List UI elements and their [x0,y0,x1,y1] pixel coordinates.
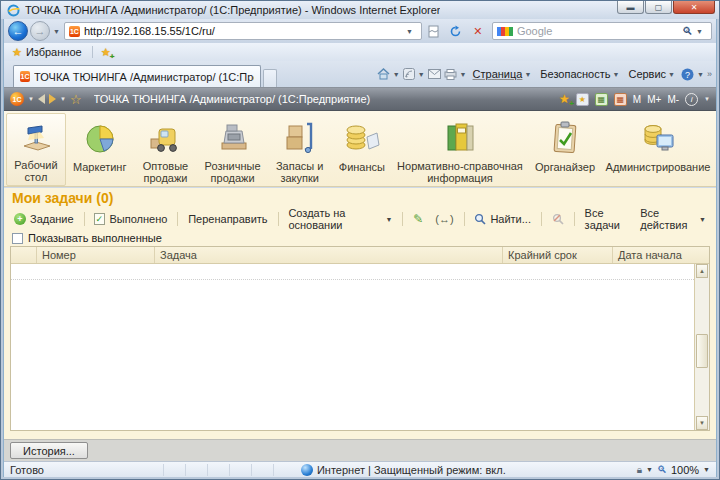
search-placeholder[interactable]: Google [517,25,682,37]
help-icon[interactable]: ? [681,68,694,81]
all-tasks-button[interactable]: Все задачи [581,205,637,233]
section-organizer[interactable]: Органайзер [528,113,602,186]
search-box[interactable]: Google 🔍︎ ▼ [492,22,712,40]
minimize-button[interactable]: ▬ [617,1,644,14]
memory-subtract-button[interactable]: M- [667,94,679,105]
column-header-icon[interactable] [11,247,37,263]
new-task-button[interactable]: + Задание [10,211,78,227]
refresh-button[interactable] [446,22,466,40]
page-menu[interactable]: Страница▼ [470,66,535,82]
app-forward-button[interactable] [49,94,56,104]
show-completed-row: Показывать выполненные [12,232,162,244]
toolbar-more-caret-icon[interactable]: ▼ [704,96,710,102]
url-text[interactable]: http://192.168.15.55/1C/ru/ [84,25,403,37]
history-button[interactable]: История... [10,442,88,459]
column-header-start-date[interactable]: Дата начала [613,247,709,263]
zoom-caret-icon[interactable]: ▼ [703,466,710,473]
add-to-favorites-icon[interactable]: ★ [559,92,570,106]
divider [574,212,575,226]
close-button[interactable]: ✕ [673,1,715,14]
open-favorites-icon[interactable]: ★ [576,93,589,106]
column-header-number[interactable]: Номер [37,247,155,263]
home-icon[interactable] [377,68,390,80]
search-magnifier-icon[interactable]: 🔍︎ [682,25,693,37]
add-favorite-icon[interactable]: ★ [101,46,111,59]
history-caret-icon[interactable]: ▼ [60,96,66,102]
column-header-task[interactable]: Задача [155,247,503,263]
tasks-panel: Мои задачи (0) + Задание Выполнено Перен… [4,188,716,439]
memory-store-button[interactable]: M [633,94,641,105]
overflow-chevron[interactable]: » [707,69,712,79]
address-dropdown-caret-icon[interactable]: ▼ [406,28,413,35]
show-completed-checkbox[interactable] [12,233,23,244]
section-finance[interactable]: Финансы [332,113,392,186]
recent-pages-caret-icon[interactable]: ▼ [53,28,60,35]
scrollbar-thumb[interactable] [696,334,708,368]
stop-button[interactable]: ✕ [468,22,488,40]
help-caret-icon[interactable]: ▼ [697,71,704,78]
feeds-caret-icon[interactable]: ▼ [418,71,425,78]
compatibility-view-button[interactable] [424,22,444,40]
app-back-button[interactable] [38,94,45,104]
page-caret-icon: ▼ [524,71,531,78]
favorites-button[interactable]: Избранное [26,46,82,58]
divider [177,212,178,226]
create-based-on-button[interactable]: Создать на основании ▼ [284,205,396,233]
security-menu[interactable]: Безопасность▼ [537,66,622,82]
protected-mode-icon[interactable]: 🔒︎ [637,464,642,476]
section-wholesale[interactable]: Оптовые продажи [133,113,197,186]
section-desktop[interactable]: Рабочий стол [6,113,66,186]
find-button[interactable]: Найти... [470,211,535,227]
all-actions-button[interactable]: Все действия ▼ [640,207,710,231]
table-body[interactable] [11,264,694,430]
stop-x-icon: ✕ [473,25,482,38]
memory-add-button[interactable]: M+ [647,94,661,105]
home-caret-icon[interactable]: ▼ [393,71,400,78]
status-right-group: 🔒︎ ▼ 🔍︎ 100% ▼ [637,464,710,476]
vertical-scrollbar[interactable]: ▲ ▼ [694,264,709,430]
section-marketing[interactable]: Маркетинг [66,113,133,186]
check-sheet-icon [94,213,105,225]
table-row[interactable] [11,264,694,280]
scroll-up-arrow-icon[interactable]: ▲ [696,264,708,278]
truck-icon [147,118,185,157]
onec-main-menu-icon[interactable]: 1С [10,92,24,106]
section-label: Запасы и закупки [275,160,325,184]
tools-menu[interactable]: Сервис▼ [625,66,678,82]
app-favorites-star-icon[interactable]: ☆ [70,92,82,107]
set-interval-button[interactable]: (↔) [431,211,457,227]
info-icon[interactable]: i [685,93,698,106]
print-icon[interactable] [444,69,457,80]
protected-mode-caret-icon[interactable]: ▼ [646,466,653,473]
section-label: Розничные продажи [205,160,261,184]
maximize-button[interactable]: ▢ [645,1,672,14]
redirect-button[interactable]: Перенаправить [184,211,271,227]
read-mail-icon[interactable] [428,69,441,79]
sections-panel: Рабочий стол Маркетинг [4,111,716,187]
search-provider-caret-icon[interactable]: ▼ [696,28,703,35]
address-bar[interactable]: 1С http://192.168.15.55/1C/ru/ ▼ [64,22,422,40]
app-title: ТОЧКА ТЮНИНГА /Администратор/ (1С:Предпр… [94,93,560,105]
section-reference-info[interactable]: Нормативно-справочная информация [392,113,528,186]
calendar-icon[interactable]: ▦ [614,93,627,106]
back-button[interactable]: ← [8,21,28,41]
main-menu-caret-icon[interactable]: ▼ [28,96,34,102]
forward-button[interactable]: → [30,21,50,41]
caret-down-icon: ▼ [699,216,706,223]
edit-button[interactable]: ✎ [409,210,427,228]
mark-done-button[interactable]: Выполнено [90,211,171,227]
scroll-down-arrow-icon[interactable]: ▼ [696,416,708,430]
column-header-deadline[interactable]: Крайний срок [503,247,613,263]
calculator-icon[interactable]: ▦ [595,93,608,106]
feeds-icon[interactable] [403,68,415,80]
tab-active[interactable]: 1С ТОЧКА ТЮНИНГА /Администратор/ (1С:Пре… [13,65,261,87]
cancel-search-button[interactable] [548,211,568,227]
zoom-magnifier-icon[interactable]: 🔍︎ [657,464,667,475]
section-inventory[interactable]: Запасы и закупки [268,113,332,186]
section-retail[interactable]: Розничные продажи [198,113,268,186]
new-tab-button[interactable] [263,69,277,87]
zoom-level[interactable]: 100% [671,464,699,476]
section-administration[interactable]: Администрирование [602,113,714,186]
print-caret-icon[interactable]: ▼ [460,71,467,78]
refresh-icon [449,25,462,38]
